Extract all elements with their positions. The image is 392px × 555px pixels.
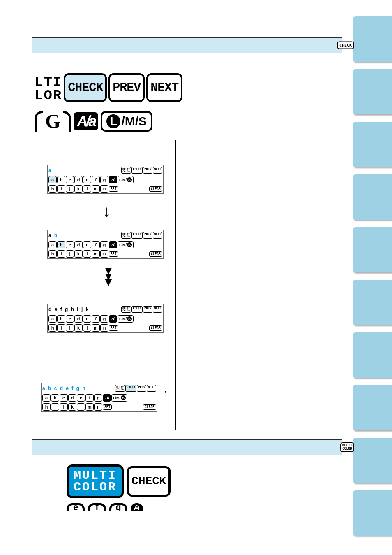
side-tab[interactable] — [353, 385, 392, 430]
size-lms-button[interactable]: L/M/S — [118, 241, 134, 248]
key-l[interactable]: l — [77, 403, 85, 411]
multi-color-button[interactable]: MULTICOLOR — [67, 464, 124, 498]
key-l[interactable]: l — [83, 250, 91, 258]
prev-button[interactable]: PREV — [143, 232, 152, 239]
size-lms-button[interactable]: L/M/S — [101, 111, 152, 132]
check-button[interactable]: CHECK — [127, 466, 171, 497]
key-h[interactable]: h — [48, 185, 57, 193]
key-g[interactable]: g — [100, 315, 108, 323]
case-toggle[interactable]: A/a — [109, 176, 117, 183]
prev-button[interactable]: PREV — [143, 306, 152, 313]
key-m[interactable]: m — [92, 250, 100, 258]
tab-e[interactable]: e — [67, 503, 85, 511]
side-tab[interactable] — [353, 490, 392, 536]
next-button[interactable]: NEXT — [146, 73, 182, 102]
multi-color-button[interactable]: MULTICOLOR — [121, 306, 131, 313]
next-button[interactable]: NEXT — [147, 385, 156, 392]
key-i[interactable]: i — [57, 324, 65, 332]
key-h[interactable]: h — [48, 324, 57, 332]
key-l[interactable]: l — [83, 185, 91, 193]
prev-button[interactable]: PREV — [108, 73, 145, 102]
side-tab[interactable] — [353, 16, 392, 62]
size-lms-button[interactable]: L/M/S — [118, 315, 134, 323]
check-button[interactable]: CHECK — [131, 167, 143, 174]
key-d[interactable]: d — [74, 315, 83, 323]
tab-f[interactable]: f — [88, 503, 106, 511]
side-tab[interactable] — [353, 332, 392, 378]
side-tab[interactable] — [353, 69, 392, 114]
set-button[interactable]: SET — [109, 325, 118, 331]
key-d[interactable]: d — [74, 241, 83, 248]
key-m[interactable]: m — [92, 324, 100, 332]
clear-button[interactable]: CLEAR — [149, 325, 162, 331]
key-g[interactable]: g — [100, 241, 108, 248]
clear-button[interactable]: CLEAR — [143, 404, 156, 410]
side-tab[interactable] — [353, 227, 392, 272]
key-j[interactable]: j — [60, 403, 68, 411]
side-tab[interactable] — [353, 174, 392, 220]
key-b[interactable]: b — [57, 176, 65, 183]
multi-color-button[interactable]: MULTICOLOR — [115, 385, 125, 392]
set-button[interactable]: SET — [109, 251, 118, 257]
key-b[interactable]: b — [51, 394, 59, 402]
case-toggle[interactable]: A — [131, 503, 143, 511]
key-i[interactable]: i — [57, 185, 65, 193]
key-d[interactable]: d — [68, 394, 76, 402]
key-e[interactable]: e — [83, 315, 91, 323]
next-button[interactable]: NEXT — [153, 167, 162, 174]
key-i[interactable]: i — [51, 403, 59, 411]
key-n[interactable]: n — [100, 324, 108, 332]
case-toggle[interactable]: A/a — [109, 315, 117, 323]
key-c[interactable]: c — [60, 394, 68, 402]
key-n[interactable]: n — [100, 250, 108, 258]
case-toggle[interactable]: A/a — [109, 241, 117, 248]
key-e[interactable]: e — [83, 241, 91, 248]
key-e[interactable]: e — [77, 394, 85, 402]
key-h[interactable]: h — [48, 250, 57, 258]
key-j[interactable]: j — [66, 324, 74, 332]
key-h[interactable]: h — [42, 403, 51, 411]
key-a[interactable]: a — [48, 315, 57, 323]
key-j[interactable]: j — [66, 250, 74, 258]
next-button[interactable]: NEXT — [153, 232, 162, 239]
side-tab[interactable] — [353, 438, 392, 483]
key-g[interactable]: g — [100, 176, 108, 183]
key-k[interactable]: k — [74, 250, 83, 258]
key-g[interactable]: g — [94, 394, 102, 402]
clear-button[interactable]: CLEAR — [149, 251, 162, 257]
key-c[interactable]: c — [66, 241, 74, 248]
prev-button[interactable]: PREV — [137, 385, 146, 392]
key-k[interactable]: k — [74, 185, 83, 193]
key-k[interactable]: k — [68, 403, 76, 411]
set-button[interactable]: SET — [109, 186, 118, 192]
side-tab[interactable] — [353, 280, 392, 325]
tab-g[interactable]: g — [109, 503, 127, 511]
key-f[interactable]: f — [92, 241, 100, 248]
key-j[interactable]: j — [66, 185, 74, 193]
key-f[interactable]: f — [92, 315, 100, 323]
key-m[interactable]: m — [85, 403, 94, 411]
key-c[interactable]: c — [66, 176, 74, 183]
key-n[interactable]: n — [94, 403, 102, 411]
key-b[interactable]: b — [57, 315, 65, 323]
clear-button[interactable]: CLEAR — [149, 186, 162, 192]
side-tab[interactable] — [353, 122, 392, 167]
key-a[interactable]: a — [42, 394, 51, 402]
case-toggle[interactable]: A/a — [103, 394, 111, 402]
key-l[interactable]: l — [83, 324, 91, 332]
set-button[interactable]: SET — [103, 404, 112, 410]
check-button[interactable]: CHECK — [131, 232, 143, 239]
check-button[interactable]: CHECK — [64, 73, 107, 102]
key-k[interactable]: k — [74, 324, 83, 332]
key-n[interactable]: n — [100, 185, 108, 193]
key-f[interactable]: f — [85, 394, 94, 402]
key-f[interactable]: f — [92, 176, 100, 183]
size-lms-button[interactable]: L/M/S — [111, 394, 127, 402]
multi-color-button[interactable]: MULTICOLOR — [121, 232, 131, 239]
key-d[interactable]: d — [74, 176, 83, 183]
key-a[interactable]: a — [48, 241, 57, 248]
multi-color-button[interactable]: MULTICOLOR — [121, 167, 131, 174]
check-button[interactable]: CHECK — [131, 306, 143, 313]
key-i[interactable]: i — [57, 250, 65, 258]
check-button[interactable]: CHECK — [125, 385, 136, 392]
